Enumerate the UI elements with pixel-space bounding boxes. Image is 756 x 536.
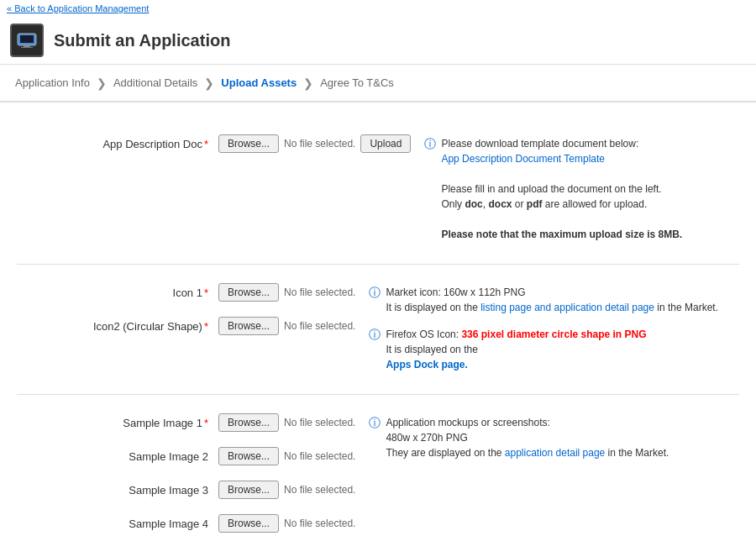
breadcrumb-additional-details[interactable]: Additional Details (108, 73, 202, 92)
browse-sample-1-button[interactable]: Browse... (218, 413, 279, 432)
samples-info-col: ⓘ Application mockups or screenshots: 48… (355, 408, 739, 536)
info-icon-samples: ⓘ (369, 416, 381, 431)
info-icon-doc: ⓘ (424, 137, 436, 152)
required-star-doc: * (204, 138, 208, 150)
app-description-label: App Description Doc* (17, 134, 218, 150)
sample-image-3-label: Sample Image 3 (17, 481, 218, 497)
icon1-no-file-text: No file selected. (284, 286, 355, 298)
icon1-label: Icon 1* (17, 283, 218, 299)
breadcrumb-arrow-3: ❯ (303, 76, 313, 90)
sample-image-1-label: Sample Image 1* (17, 413, 218, 429)
icon2-info-row: ⓘ Firefox OS Icon: 336 pixel diameter ci… (369, 327, 739, 372)
info-icon-icon1: ⓘ (369, 286, 381, 301)
breadcrumb-app-info[interactable]: Application Info (10, 73, 95, 92)
sample-image-2-input-group: Browse... No file selected. (218, 447, 355, 465)
doc-form-col: App Description Doc* Browse... No file s… (17, 129, 411, 250)
breadcrumb-upload-assets[interactable]: Upload Assets (216, 73, 302, 92)
sample-image-4-input-group: Browse... No file selected. (218, 514, 355, 533)
sample-3-no-file-text: No file selected. (284, 484, 355, 496)
sample-image-2-label: Sample Image 2 (17, 447, 218, 463)
circle-shape-text: 336 pixel diameter circle shape in PNG (461, 328, 646, 340)
browse-icon2-button[interactable]: Browse... (218, 317, 279, 335)
breadcrumb: Application Info ❯ Additional Details ❯ … (0, 65, 756, 102)
app-description-section: App Description Doc* Browse... No file s… (17, 116, 739, 265)
upload-doc-button[interactable]: Upload (360, 134, 411, 153)
browse-sample-4-button[interactable]: Browse... (218, 514, 279, 533)
icon2-input-group: Browse... No file selected. (218, 317, 355, 335)
icons-section: Icon 1* Browse... No file selected. Icon… (17, 265, 739, 395)
svg-rect-2 (24, 45, 30, 47)
sample-image-4-row: Sample Image 4 Browse... No file selecte… (17, 509, 355, 536)
sample-image-2-row: Sample Image 2 Browse... No file selecte… (17, 442, 355, 470)
info-icon-icon2: ⓘ (369, 328, 381, 343)
app-icon (10, 24, 44, 57)
doc-info-row: ⓘ Please download template document belo… (424, 136, 739, 242)
svg-rect-3 (21, 47, 33, 48)
browse-sample-2-button[interactable]: Browse... (218, 447, 279, 465)
icon1-row: Icon 1* Browse... No file selected. (17, 278, 355, 307)
app-detail-page-link[interactable]: application detail page (505, 447, 605, 459)
icon1-info-row: ⓘ Market icon: 160w x 112h PNG It is dis… (369, 285, 739, 315)
doc-info-text: Please download template document below:… (441, 136, 682, 242)
required-star-icon1: * (204, 286, 208, 299)
icon2-row: Icon2 (Circular Shape)* Browse... No fil… (17, 312, 355, 340)
icons-info-col: ⓘ Market icon: 160w x 112h PNG It is dis… (355, 278, 739, 381)
icon2-label: Icon2 (Circular Shape)* (17, 317, 218, 333)
icon2-info-text: Firefox OS Icon: 336 pixel diameter circ… (386, 327, 646, 372)
browse-sample-3-button[interactable]: Browse... (218, 481, 279, 499)
page-title: Submit an Application (54, 31, 230, 50)
sample-1-no-file-text: No file selected. (284, 417, 355, 428)
icon1-info-text: Market icon: 160w x 112h PNG It is displ… (386, 285, 718, 315)
listing-page-link[interactable]: listing page and application detail page (480, 302, 654, 313)
required-star-sample-0: * (204, 417, 208, 429)
max-size-text: Please note that the maximum upload size… (441, 229, 682, 240)
page-header: Submit an Application (0, 17, 756, 65)
breadcrumb-arrow-2: ❯ (204, 76, 214, 90)
svg-rect-1 (20, 35, 34, 43)
sample-image-1-input-group: Browse... No file selected. (218, 413, 355, 432)
sample-4-no-file-text: No file selected. (284, 518, 355, 529)
sample-2-no-file-text: No file selected. (284, 450, 355, 462)
sample-image-1-row: Sample Image 1* Browse... No file select… (17, 408, 355, 437)
sample-image-3-row: Sample Image 3 Browse... No file selecte… (17, 476, 355, 504)
doc-info-col: ⓘ Please download template document belo… (411, 129, 739, 250)
back-to-management-link[interactable]: « Back to Application Management (0, 0, 155, 17)
required-star-icon2: * (204, 320, 208, 333)
app-description-row: App Description Doc* Browse... No file s… (17, 129, 411, 158)
doc-template-link[interactable]: App Description Document Template (441, 153, 605, 165)
breadcrumb-agree-tc[interactable]: Agree To T&Cs (315, 73, 399, 92)
browse-icon1-button[interactable]: Browse... (218, 283, 279, 302)
main-content: App Description Doc* Browse... No file s… (0, 102, 756, 536)
apps-dock-link[interactable]: Apps Dock page. (386, 359, 467, 370)
sample-image-4-label: Sample Image 4 (17, 514, 218, 530)
samples-info-row: ⓘ Application mockups or screenshots: 48… (369, 415, 739, 460)
samples-form-col: Sample Image 1* Browse... No file select… (17, 408, 355, 536)
browse-doc-button[interactable]: Browse... (218, 134, 279, 153)
samples-section: Sample Image 1* Browse... No file select… (17, 395, 739, 536)
samples-info-text: Application mockups or screenshots: 480w… (386, 415, 669, 460)
breadcrumb-arrow-1: ❯ (97, 76, 107, 90)
doc-no-file-text: No file selected. (284, 138, 355, 150)
sample-image-3-input-group: Browse... No file selected. (218, 481, 355, 499)
icon2-no-file-text: No file selected. (284, 320, 355, 332)
icon1-input-group: Browse... No file selected. (218, 283, 355, 302)
icons-form-col: Icon 1* Browse... No file selected. Icon… (17, 278, 355, 381)
app-description-input-group: Browse... No file selected. Upload (218, 134, 411, 153)
